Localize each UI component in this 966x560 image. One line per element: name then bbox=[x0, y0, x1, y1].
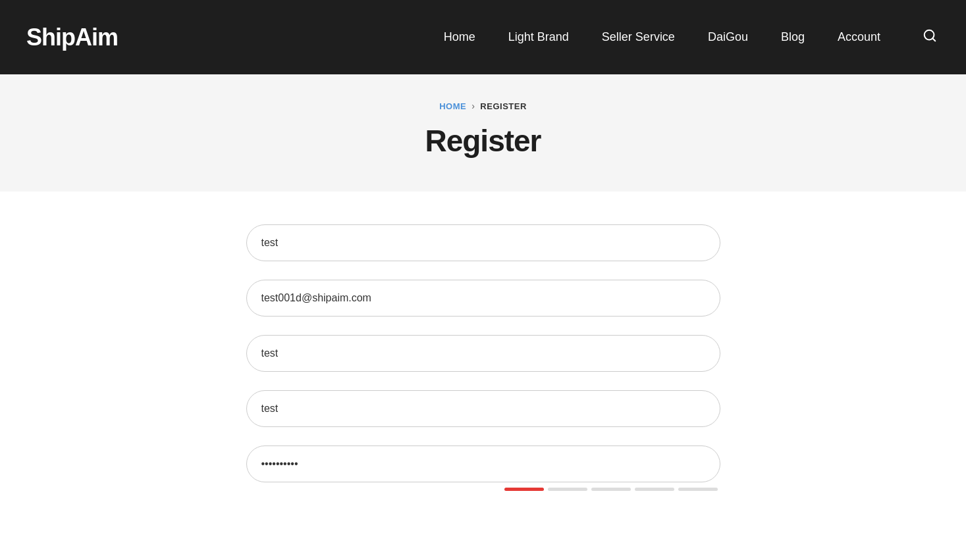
password-field-wrapper bbox=[246, 445, 720, 491]
nav-item-daigou[interactable]: DaiGou bbox=[708, 30, 748, 44]
main-nav: Home Light Brand Seller Service DaiGou B… bbox=[444, 26, 940, 49]
first-name-field-wrapper bbox=[246, 335, 720, 372]
nav-item-account[interactable]: Account bbox=[838, 30, 880, 44]
strength-segment-4 bbox=[635, 488, 674, 491]
email-field-wrapper bbox=[246, 280, 720, 317]
breadcrumb-current: REGISTER bbox=[480, 101, 526, 111]
logo-text: ShipAim bbox=[26, 24, 118, 51]
strength-segment-5 bbox=[678, 488, 718, 491]
search-icon[interactable] bbox=[920, 26, 940, 49]
nav-item-seller-service[interactable]: Seller Service bbox=[602, 30, 675, 44]
email-input[interactable] bbox=[246, 280, 720, 317]
password-strength-bar bbox=[246, 488, 720, 491]
svg-line-1 bbox=[932, 38, 935, 41]
breadcrumb: HOME › REGISTER bbox=[0, 101, 966, 111]
strength-segment-2 bbox=[548, 488, 587, 491]
strength-segment-3 bbox=[591, 488, 631, 491]
site-logo[interactable]: ShipAim bbox=[26, 24, 118, 51]
page-header: HOME › REGISTER Register bbox=[0, 74, 966, 191]
nav-item-blog[interactable]: Blog bbox=[781, 30, 805, 44]
breadcrumb-separator: › bbox=[471, 101, 475, 111]
page-title: Register bbox=[0, 123, 966, 159]
strength-segment-1 bbox=[504, 488, 544, 491]
nav-item-home[interactable]: Home bbox=[444, 30, 475, 44]
first-name-input[interactable] bbox=[246, 335, 720, 372]
username-input[interactable] bbox=[246, 224, 720, 261]
nav-item-light-brand[interactable]: Light Brand bbox=[508, 30, 569, 44]
site-header: ShipAim Home Light Brand Seller Service … bbox=[0, 0, 966, 74]
password-input[interactable] bbox=[246, 445, 720, 482]
last-name-input[interactable] bbox=[246, 390, 720, 427]
register-form-container bbox=[0, 191, 966, 549]
breadcrumb-home-link[interactable]: HOME bbox=[439, 101, 466, 111]
username-field-wrapper bbox=[246, 224, 720, 261]
last-name-field-wrapper bbox=[246, 390, 720, 427]
